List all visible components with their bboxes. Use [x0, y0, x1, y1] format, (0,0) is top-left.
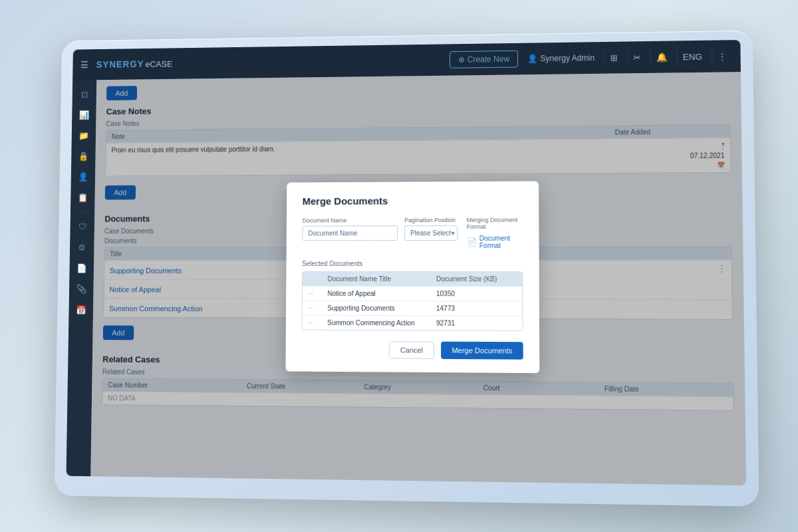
modal-overlay: Merge Documents Document Name Pagination… — [90, 72, 746, 485]
doc1-name: Notice of Appeal — [327, 290, 436, 297]
pagination-select-wrapper: Please Select ▼ — [404, 225, 460, 241]
doc2-name: Supporting Documents — [327, 305, 436, 312]
row2-handle[interactable]: ··· — [308, 305, 328, 312]
doc-row-3: ··· Summon Commencing Action 92731 — [303, 315, 523, 331]
sidebar-item-users[interactable]: 👤 — [72, 168, 93, 186]
sidebar-divider — [75, 211, 90, 212]
row1-handle[interactable]: ··· — [308, 290, 328, 297]
row3-handle[interactable]: ··· — [307, 319, 327, 327]
cancel-button[interactable]: Cancel — [389, 341, 435, 359]
doc-name-label: Document Name — [303, 217, 398, 223]
sidebar-item-shield[interactable]: 🛡 — [72, 217, 92, 235]
pdf-icon: 📄 — [467, 237, 477, 247]
user-name-label: Synergy Admin — [540, 53, 595, 63]
modal-form-row: Document Name Pagination Position Please… — [302, 217, 523, 253]
sidebar-item-documents[interactable]: 📁 — [73, 126, 94, 144]
pagination-group: Pagination Position Please Select ▼ — [404, 217, 460, 252]
sidebar-item-notes[interactable]: 📋 — [72, 188, 93, 206]
language-button[interactable]: ENG — [676, 49, 708, 65]
sidebar-item-settings[interactable]: ⚙ — [72, 238, 92, 256]
language-label: ENG — [683, 51, 702, 61]
doc-format-value: Document Format — [479, 235, 523, 249]
sidebar-item-lock[interactable]: 🔒 — [73, 147, 94, 165]
modal-title: Merge Documents — [303, 195, 523, 207]
logo-synergy-text: SYNERGY — [96, 59, 144, 69]
selected-docs-table: Document Name Title Document Size (KB) ·… — [302, 271, 523, 331]
doc-name-input[interactable] — [302, 225, 398, 241]
doc1-size: 10350 — [436, 290, 517, 297]
sidebar-item-home[interactable]: ⊡ — [74, 85, 94, 103]
doc-row-1: ··· Notice of Appeal 10350 — [303, 286, 523, 301]
notification-icon-button[interactable]: 🔔 — [650, 49, 673, 65]
col-doc-name-title: Document Name Title — [328, 275, 437, 283]
more-options-button[interactable]: ⋮ — [712, 49, 732, 64]
tools-icon-button[interactable]: ✂ — [627, 50, 646, 65]
header-empty — [308, 275, 328, 283]
create-new-label: Create New — [467, 55, 509, 65]
user-menu-button[interactable]: 👤 Synergy Admin — [522, 51, 600, 66]
hamburger-icon[interactable]: ☰ — [80, 60, 89, 70]
selected-docs-header: Document Name Title Document Size (KB) — [303, 272, 522, 286]
user-icon: 👤 — [527, 54, 537, 63]
sidebar-item-attachment[interactable]: 📎 — [71, 280, 92, 299]
logo-ecase-text: eCASE — [145, 59, 172, 68]
doc-row-2: ··· Supporting Documents 14773 — [303, 301, 523, 316]
doc3-size: 92731 — [436, 319, 517, 327]
col-doc-size: Document Size (KB) — [436, 275, 517, 283]
sidebar-item-file[interactable]: 📄 — [71, 259, 92, 277]
doc3-name: Summon Commencing Action — [327, 319, 436, 327]
plus-icon: ⊕ — [458, 55, 465, 65]
sidebar-item-analytics[interactable]: 📊 — [74, 106, 94, 124]
app-logo: SYNERGY eCASE — [96, 55, 444, 70]
sidebar-item-calendar[interactable]: 📅 — [70, 301, 91, 319]
merging-format-label: Merging Document Format — [467, 217, 523, 230]
doc-format-display: 📄 Document Format — [467, 232, 523, 252]
pagination-label: Pagination Position — [404, 217, 460, 223]
create-new-button[interactable]: ⊕ Create New — [450, 51, 518, 68]
merge-documents-button[interactable]: Merge Documents — [441, 342, 523, 360]
nav-right-controls: ⊕ Create New 👤 Synergy Admin ⊞ ✂ 🔔 ENG ⋮ — [450, 47, 733, 68]
doc2-size: 14773 — [436, 305, 517, 312]
merging-format-group: Merging Document Format 📄 Document Forma… — [467, 217, 523, 252]
grid-icon-button[interactable]: ⊞ — [604, 50, 623, 65]
main-content-area: Add Case Notes Case Notes Note Date Adde… — [90, 72, 746, 485]
merge-documents-modal: Merge Documents Document Name Pagination… — [285, 181, 539, 373]
modal-footer: Cancel Merge Documents — [301, 341, 523, 360]
pagination-select[interactable]: Please Select — [404, 225, 458, 241]
selected-docs-label: Selected Documents — [302, 260, 523, 267]
doc-name-group: Document Name — [302, 217, 398, 252]
